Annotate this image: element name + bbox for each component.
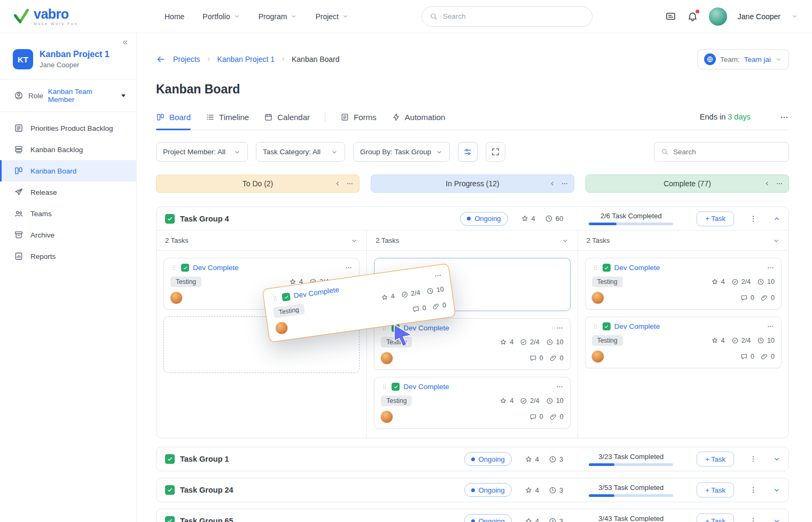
task-card[interactable]: Dev Complete Testing 4 2/4 10 bbox=[374, 377, 570, 429]
task-group-name[interactable]: Task Group 24 bbox=[180, 486, 233, 494]
collapse-column-icon[interactable] bbox=[549, 180, 556, 187]
tab-forms[interactable]: Forms bbox=[340, 113, 377, 130]
assignee-avatar[interactable] bbox=[592, 292, 604, 304]
tab-automation[interactable]: Automation bbox=[392, 113, 446, 130]
chevron-down-icon[interactable] bbox=[350, 237, 358, 244]
sidebar-item-reports[interactable]: Reports bbox=[0, 246, 136, 267]
chevron-down-icon[interactable] bbox=[772, 237, 780, 244]
column-header-inprogress[interactable]: In Progress (12) bbox=[371, 175, 574, 193]
task-group-row[interactable]: Task Group 24 Ongoing 4 3 3/53 Task Comp… bbox=[156, 478, 789, 502]
add-task-button[interactable]: + Task bbox=[697, 513, 734, 522]
group-menu-icon[interactable] bbox=[749, 486, 758, 494]
task-card[interactable]: Dev Complete Testing 4 2/4 10 bbox=[585, 317, 782, 368]
drag-handle-icon[interactable] bbox=[592, 264, 599, 271]
group-menu-icon[interactable] bbox=[749, 455, 758, 463]
status-badge[interactable]: Ongoing bbox=[464, 452, 512, 466]
add-task-button[interactable]: + Task bbox=[697, 452, 734, 466]
board-settings-button[interactable] bbox=[458, 142, 478, 162]
tab-calendar[interactable]: Calendar bbox=[264, 113, 310, 130]
assignee-avatar[interactable] bbox=[275, 321, 288, 335]
task-card[interactable]: Dev Complete Testing 4 2/4 10 bbox=[374, 318, 570, 370]
card-menu-icon[interactable] bbox=[345, 264, 353, 272]
column-menu-icon[interactable] bbox=[346, 180, 354, 187]
assignee-avatar[interactable] bbox=[170, 292, 182, 304]
column-menu-icon[interactable] bbox=[561, 180, 568, 187]
board-search[interactable] bbox=[654, 142, 789, 162]
assignee-avatar[interactable] bbox=[381, 411, 393, 423]
board-more-icon[interactable] bbox=[779, 113, 789, 122]
column-header-complete[interactable]: Complete (77) bbox=[585, 175, 789, 193]
nav-portfolio[interactable]: Portfolio bbox=[202, 12, 240, 21]
drag-handle-icon[interactable] bbox=[271, 295, 279, 303]
add-task-button[interactable]: + Task bbox=[697, 211, 734, 226]
board-search-input[interactable] bbox=[673, 148, 782, 156]
status-badge[interactable]: Ongoing bbox=[464, 514, 512, 522]
global-search[interactable] bbox=[421, 6, 592, 27]
column-header-todo[interactable]: To Do (2) bbox=[156, 175, 360, 193]
chevron-down-icon[interactable] bbox=[561, 237, 569, 244]
drag-handle-icon[interactable] bbox=[170, 264, 177, 271]
sidebar-item-release[interactable]: Release bbox=[0, 181, 136, 203]
filter-group-by[interactable]: Group By: Task Group bbox=[353, 142, 450, 162]
user-avatar[interactable] bbox=[709, 7, 727, 26]
task-group-name[interactable]: Task Group 4 bbox=[180, 215, 229, 223]
card-menu-icon[interactable] bbox=[556, 324, 564, 332]
drag-handle-icon[interactable] bbox=[592, 323, 599, 330]
expand-group-icon[interactable] bbox=[772, 486, 781, 494]
task-group-row[interactable]: Task Group 65 Ongoing 4 3 3/43 Task Comp… bbox=[156, 509, 789, 522]
column-tasks-header: 2 Tasks bbox=[367, 231, 577, 251]
collapse-column-icon[interactable] bbox=[334, 180, 341, 187]
breadcrumb-projects[interactable]: Projects bbox=[173, 55, 200, 64]
add-task-button[interactable]: + Task bbox=[697, 483, 734, 497]
role-selector[interactable]: Role Kanban Team Member bbox=[0, 80, 136, 112]
card-title-link[interactable]: Dev Complete bbox=[403, 383, 551, 391]
card-title-link[interactable]: Dev Complete bbox=[614, 264, 763, 272]
collapse-column-icon[interactable] bbox=[763, 180, 771, 187]
user-menu-chevron-icon[interactable] bbox=[791, 13, 798, 20]
assignee-avatar[interactable] bbox=[381, 352, 393, 364]
sidebar-item-archive[interactable]: Archive bbox=[0, 224, 136, 246]
group-menu-icon[interactable] bbox=[749, 517, 758, 522]
filter-task-category[interactable]: Task Category: All bbox=[256, 142, 345, 162]
tab-board[interactable]: Board bbox=[156, 113, 191, 130]
nav-home[interactable]: Home bbox=[165, 12, 184, 21]
card-title-link[interactable]: Dev Complete bbox=[193, 264, 341, 272]
card-menu-icon[interactable] bbox=[433, 271, 442, 280]
sidebar-item-kanban-backlog[interactable]: Kanban Backlog bbox=[0, 139, 136, 160]
back-arrow-icon[interactable] bbox=[156, 54, 166, 64]
fullscreen-button[interactable] bbox=[486, 142, 505, 162]
assignee-avatar[interactable] bbox=[592, 351, 604, 362]
task-group-name[interactable]: Task Group 65 bbox=[180, 517, 233, 522]
drag-handle-icon[interactable] bbox=[381, 383, 388, 390]
nav-project[interactable]: Project bbox=[315, 12, 349, 21]
card-menu-icon[interactable] bbox=[556, 383, 564, 391]
team-selector[interactable]: Team: Team jai bbox=[697, 49, 789, 69]
tab-timeline[interactable]: Timeline bbox=[206, 113, 249, 130]
nav-program[interactable]: Program bbox=[259, 12, 298, 21]
task-card[interactable]: Dev Complete Testing 4 2/4 10 bbox=[585, 258, 782, 310]
expand-group-icon[interactable] bbox=[772, 455, 781, 463]
notifications-button[interactable] bbox=[687, 11, 698, 22]
card-title-link[interactable]: Dev Complete bbox=[614, 322, 763, 330]
card-title-link[interactable]: Dev Complete bbox=[403, 324, 551, 332]
filter-project-member[interactable]: Project Member: All bbox=[156, 142, 248, 162]
vabro-logo[interactable]: vabro Make Work Fun bbox=[13, 7, 136, 26]
sidebar-item-kanban-board[interactable]: Kanban Board bbox=[0, 160, 136, 181]
expand-group-icon[interactable] bbox=[772, 517, 781, 522]
sidebar-collapse-icon[interactable] bbox=[121, 38, 129, 46]
global-search-input[interactable] bbox=[443, 12, 584, 20]
card-menu-icon[interactable] bbox=[767, 264, 775, 272]
project-name[interactable]: Kanban Project 1 bbox=[40, 50, 110, 59]
news-icon[interactable] bbox=[665, 11, 676, 22]
sidebar-item-priorities-product-backlog[interactable]: Priorities Product Backlog bbox=[0, 117, 136, 139]
group-menu-icon[interactable] bbox=[749, 215, 758, 223]
task-group-row[interactable]: Task Group 1 Ongoing 4 3 3/23 Task Compl… bbox=[156, 447, 789, 471]
status-badge[interactable]: Ongoing bbox=[464, 483, 512, 497]
column-menu-icon[interactable] bbox=[776, 180, 783, 187]
status-badge[interactable]: Ongoing bbox=[460, 212, 508, 226]
collapse-group-icon[interactable] bbox=[772, 215, 781, 223]
task-group-name[interactable]: Task Group 1 bbox=[180, 455, 229, 463]
sidebar-item-teams[interactable]: Teams bbox=[0, 203, 136, 224]
breadcrumb-project[interactable]: Kanban Project 1 bbox=[217, 55, 275, 64]
card-menu-icon[interactable] bbox=[767, 322, 775, 330]
